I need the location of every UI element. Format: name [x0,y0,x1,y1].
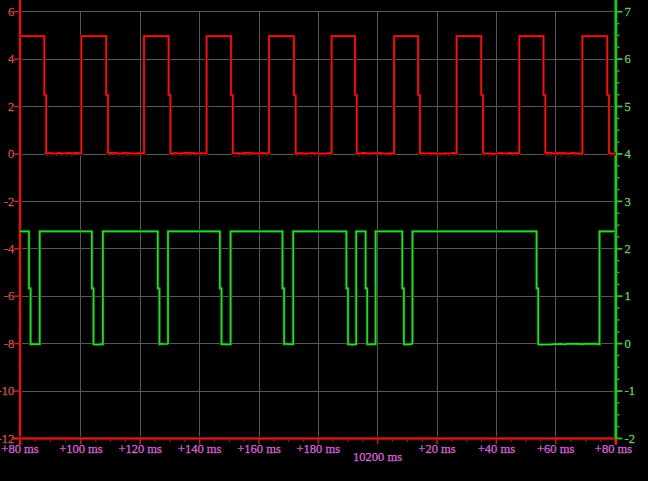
svg-text:+160 ms: +160 ms [237,442,281,456]
svg-text:7: 7 [625,5,631,19]
svg-text:0: 0 [625,337,631,351]
svg-text:6: 6 [8,5,14,19]
svg-text:3: 3 [625,195,631,209]
svg-text:-1: -1 [625,384,635,398]
svg-text:+60 ms: +60 ms [537,442,574,456]
svg-text:10200 ms: 10200 ms [353,450,402,464]
svg-text:4: 4 [625,147,632,161]
svg-text:+100 ms: +100 ms [59,442,103,456]
svg-text:+80 ms: +80 ms [595,442,632,456]
svg-text:-6: -6 [4,289,14,303]
svg-text:4: 4 [8,52,15,66]
svg-text:1: 1 [625,289,631,303]
svg-text:-2: -2 [4,195,14,209]
svg-text:+40 ms: +40 ms [478,442,515,456]
svg-text:2: 2 [625,242,631,256]
svg-text:5: 5 [625,100,631,114]
svg-text:-4: -4 [4,242,15,256]
svg-text:+140 ms: +140 ms [178,442,222,456]
svg-text:0: 0 [8,147,14,161]
svg-text:-10: -10 [0,384,14,398]
svg-text:6: 6 [625,52,631,66]
svg-text:-8: -8 [4,337,14,351]
svg-text:+180 ms: +180 ms [297,442,341,456]
svg-text:+20 ms: +20 ms [418,442,455,456]
svg-text:+80 ms: +80 ms [1,442,38,456]
svg-text:+120 ms: +120 ms [118,442,162,456]
svg-text:2: 2 [8,100,14,114]
